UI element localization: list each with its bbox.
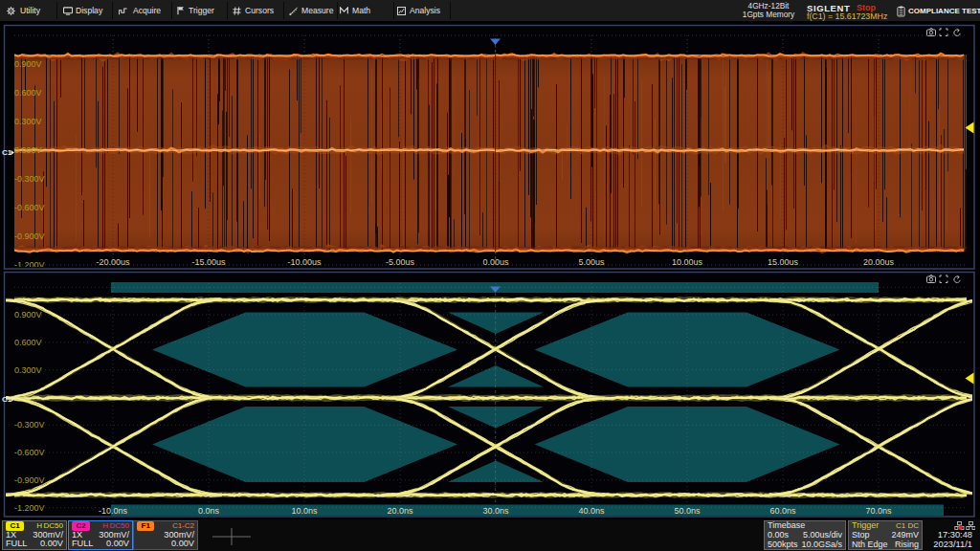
svg-text:0.000V: 0.000V: [14, 145, 42, 155]
svg-text:60.0ns: 60.0ns: [769, 506, 796, 516]
svg-text:-5.00us: -5.00us: [386, 257, 415, 267]
svg-text:0.00us: 0.00us: [482, 257, 509, 267]
svg-text:5.00us: 5.00us: [578, 257, 605, 267]
svg-text:C1: C1: [2, 395, 12, 404]
svg-text:20.00us: 20.00us: [863, 257, 895, 267]
svg-text:20.0ns: 20.0ns: [387, 506, 413, 516]
svg-text:0.900V: 0.900V: [14, 310, 42, 320]
svg-text:0.600V: 0.600V: [14, 338, 42, 347]
svg-text:-0.900V: -0.900V: [14, 231, 45, 241]
svg-text:-0.600V: -0.600V: [14, 203, 45, 212]
svg-text:-0.300V: -0.300V: [14, 174, 45, 184]
svg-text:10.00us: 10.00us: [672, 257, 703, 267]
svg-text:0.0ns: 0.0ns: [198, 506, 220, 516]
svg-text:-0.600V: -0.600V: [14, 448, 45, 457]
svg-text:0.300V: 0.300V: [14, 365, 42, 375]
svg-text:30.0ns: 30.0ns: [482, 506, 509, 516]
svg-text:C1: C1: [2, 148, 12, 157]
svg-text:-20.00us: -20.00us: [96, 257, 130, 267]
svg-text:40.0ns: 40.0ns: [578, 506, 605, 516]
svg-text:-10.00us: -10.00us: [287, 257, 322, 267]
svg-text:-0.900V: -0.900V: [14, 475, 45, 485]
svg-text:0.600V: 0.600V: [14, 88, 42, 98]
svg-text:-0.300V: -0.300V: [14, 420, 45, 430]
svg-text:50.0ns: 50.0ns: [674, 506, 701, 516]
svg-text:0.900V: 0.900V: [14, 59, 42, 69]
svg-text:10.0ns: 10.0ns: [291, 506, 318, 516]
svg-text:15.00us: 15.00us: [768, 257, 799, 267]
svg-text:-15.00us: -15.00us: [191, 257, 226, 267]
svg-text:0.300V: 0.300V: [14, 117, 42, 126]
svg-text:-1.200V: -1.200V: [14, 503, 45, 513]
svg-text:70.0ns: 70.0ns: [865, 506, 892, 516]
svg-text:-10.0ns: -10.0ns: [99, 506, 128, 516]
